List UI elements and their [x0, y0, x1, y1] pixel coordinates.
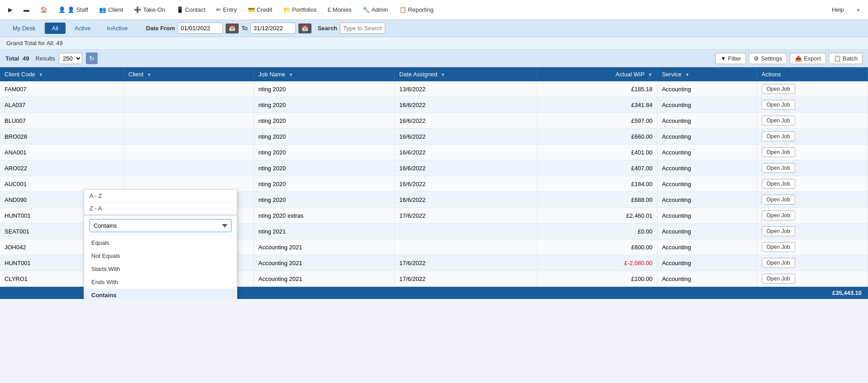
- search-label: Search: [318, 25, 337, 32]
- open-job-button[interactable]: Open Job: [762, 274, 795, 284]
- total-number: 49: [23, 55, 29, 62]
- cell-client: [124, 129, 254, 145]
- contact-nav[interactable]: 📱 Contact: [172, 4, 210, 16]
- open-job-button[interactable]: Open Job: [762, 163, 795, 173]
- sort-arrow-date: ▼: [441, 72, 445, 77]
- cell-actual-wip: £341.84: [538, 97, 657, 113]
- tab-all[interactable]: All: [45, 23, 66, 34]
- cell-date-assigned: [395, 239, 538, 255]
- cell-service: Accounting: [657, 176, 757, 192]
- sort-arrow-service: ▼: [685, 72, 689, 77]
- open-job-button[interactable]: Open Job: [762, 116, 795, 126]
- date-to-input[interactable]: [250, 23, 296, 34]
- filter-type-select[interactable]: Equals Not Equals Starts With Ends With …: [90, 219, 231, 232]
- total-label: Total: [5, 55, 19, 62]
- settings-label: Settings: [761, 55, 782, 62]
- table-row: BRO028nting 202016/6/2022£660.00Accounti…: [0, 129, 868, 145]
- cell-client-code: FAM007: [0, 81, 124, 97]
- export-button[interactable]: 📤 Export: [790, 53, 826, 64]
- cell-actions: Open Job: [757, 224, 868, 239]
- table-container: Client Code ▼ Client ▼ Job Name ▼ Date A…: [0, 67, 868, 299]
- filter-item-not-equals[interactable]: Not Equals: [84, 249, 237, 262]
- open-job-button[interactable]: Open Job: [762, 100, 795, 110]
- col-client-code[interactable]: Client Code ▼: [0, 67, 124, 81]
- date-from-input[interactable]: [178, 23, 223, 34]
- cell-client-code: BRO028: [0, 129, 124, 145]
- top-navigation: ▶ ▬ 🏠 👤 👤 Staff 👥 Client ➕ Take-On 📱 Con…: [0, 0, 868, 20]
- open-job-button[interactable]: Open Job: [762, 179, 795, 189]
- tab-active[interactable]: Active: [67, 23, 98, 34]
- column-filter-dropdown: A - Z Z - A Equals Not Equals Starts Wit…: [84, 189, 237, 299]
- staff-nav[interactable]: 👤 👤 Staff: [54, 4, 93, 16]
- portfolios-nav[interactable]: 📁 Portfolios: [278, 4, 321, 16]
- col-actual-wip[interactable]: Actual WIP ▼: [538, 67, 657, 81]
- more-nav[interactable]: »: [852, 4, 864, 16]
- cell-service: Accounting: [657, 224, 757, 239]
- filter-button[interactable]: ▼ Filter: [715, 53, 746, 64]
- client-nav[interactable]: 👥 Client: [94, 4, 127, 16]
- cell-actual-wip: £100.00: [538, 271, 657, 287]
- arrow-nav[interactable]: ▶: [4, 4, 17, 16]
- open-job-button[interactable]: Open Job: [762, 210, 795, 220]
- table-row: BLU007nting 202016/6/2022£597.00Accounti…: [0, 113, 868, 129]
- cell-actual-wip: £407.00: [538, 160, 657, 176]
- date-to-calendar-button[interactable]: 📅: [298, 23, 311, 33]
- filter-item-starts-with[interactable]: Starts With: [84, 262, 237, 276]
- takeon-nav[interactable]: ➕ Take-On: [129, 4, 170, 16]
- cell-actual-wip: £185.18: [538, 81, 657, 97]
- open-job-button[interactable]: Open Job: [762, 131, 795, 141]
- credit-nav[interactable]: 💳 Credit: [243, 4, 277, 16]
- open-job-button[interactable]: Open Job: [762, 84, 795, 94]
- cell-client-code: BLU007: [0, 113, 124, 129]
- open-job-button[interactable]: Open Job: [762, 195, 795, 205]
- entry-nav[interactable]: ✏ Entry: [212, 4, 241, 16]
- tab-inactive[interactable]: InActive: [99, 23, 135, 34]
- open-job-button[interactable]: Open Job: [762, 242, 795, 252]
- open-job-button[interactable]: Open Job: [762, 147, 795, 157]
- home-nav[interactable]: 🏠: [36, 4, 52, 16]
- table-row: ARO022nting 202016/6/2022£407.00Accounti…: [0, 160, 868, 176]
- open-job-button[interactable]: Open Job: [762, 258, 795, 268]
- col-date-assigned[interactable]: Date Assigned ▼: [395, 67, 538, 81]
- col-service[interactable]: Service ▼: [657, 67, 757, 81]
- admin-nav[interactable]: 🔧 Admin: [358, 4, 393, 16]
- cell-client: [124, 145, 254, 160]
- cell-actions: Open Job: [757, 145, 868, 160]
- settings-button[interactable]: ⚙ Settings: [749, 53, 787, 64]
- cell-service: Accounting: [657, 271, 757, 287]
- monies-nav[interactable]: £ Monies: [323, 4, 356, 16]
- filter-options-list: Equals Not Equals Starts With Ends With …: [84, 236, 237, 299]
- menu-nav[interactable]: ▬: [19, 4, 34, 16]
- toolbar: Total 49 Results 250 100 500 ↻ ▼ Filter …: [0, 50, 868, 67]
- cell-actions: Open Job: [757, 192, 868, 208]
- cell-job-name: nting 2020: [254, 81, 395, 97]
- col-job-name[interactable]: Job Name ▼: [254, 67, 395, 81]
- filter-label: Filter: [728, 55, 741, 62]
- filter-item-ends-with[interactable]: Ends With: [84, 276, 237, 289]
- col-client[interactable]: Client ▼: [124, 67, 254, 81]
- cell-actions: Open Job: [757, 271, 868, 287]
- batch-button[interactable]: 📋 Batch: [829, 53, 863, 64]
- cell-job-name: nting 2020: [254, 113, 395, 129]
- cell-job-name: nting 2020 extras: [254, 208, 395, 224]
- refresh-button[interactable]: ↻: [86, 52, 98, 64]
- filter-item-equals[interactable]: Equals: [84, 236, 237, 249]
- tab-mydesk[interactable]: My Desk: [5, 23, 43, 34]
- open-job-button[interactable]: Open Job: [762, 226, 795, 236]
- cell-date-assigned: 17/6/2022: [395, 255, 538, 271]
- cell-service: Accounting: [657, 192, 757, 208]
- reporting-nav[interactable]: 📋 Reporting: [395, 4, 438, 16]
- date-from-calendar-button[interactable]: 📅: [226, 23, 239, 33]
- sort-za-option[interactable]: Z - A: [84, 202, 237, 215]
- cell-date-assigned: 16/6/2022: [395, 97, 538, 113]
- cell-actual-wip: £660.00: [538, 129, 657, 145]
- sort-az-option[interactable]: A - Z: [84, 190, 237, 202]
- results-select[interactable]: 250 100 500: [59, 53, 82, 64]
- help-nav[interactable]: Help: [827, 4, 849, 16]
- filter-item-contains[interactable]: Contains: [84, 289, 237, 299]
- cell-job-name: nting 2020: [254, 145, 395, 160]
- cell-actual-wip: £2,460.01: [538, 208, 657, 224]
- search-input[interactable]: [340, 23, 385, 34]
- cell-job-name: nting 2020: [254, 97, 395, 113]
- filter-icon: ▼: [720, 55, 726, 62]
